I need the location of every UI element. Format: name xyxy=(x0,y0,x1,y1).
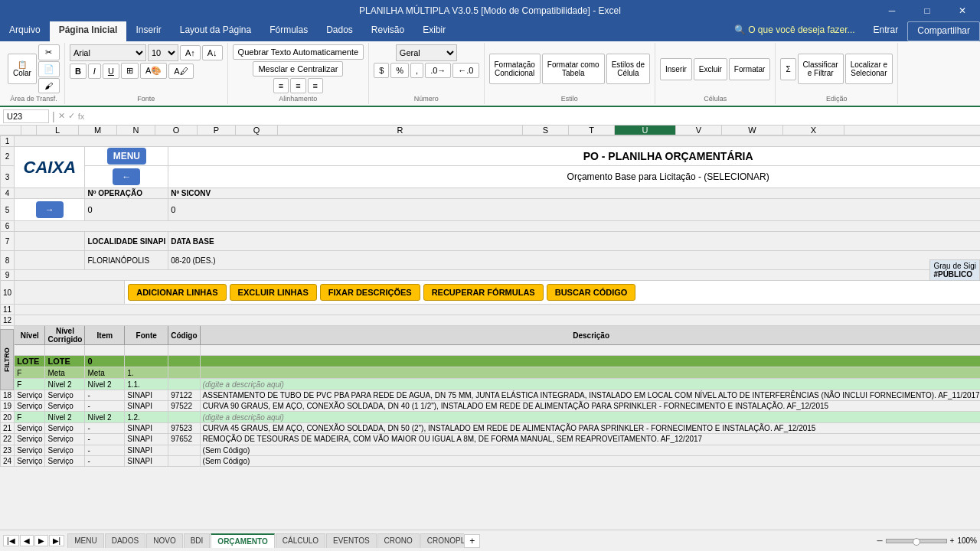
decimal-add-button[interactable]: .0→ xyxy=(425,63,451,78)
sum-button[interactable]: Σ xyxy=(780,58,795,80)
cell[interactable] xyxy=(15,270,980,281)
cell[interactable] xyxy=(15,136,980,147)
desc-cell[interactable]: (digite a descrição aqui) xyxy=(200,379,980,390)
sheet-tab-crono[interactable]: CRONO xyxy=(377,533,420,548)
close-button[interactable]: ✕ xyxy=(945,0,980,21)
menu-dados[interactable]: Dados xyxy=(317,21,362,41)
copy-button[interactable]: 📄 xyxy=(38,61,60,77)
nivel-cell[interactable]: F xyxy=(15,367,45,379)
delete-cells-button[interactable]: Excluir xyxy=(694,58,727,80)
maximize-button[interactable]: □ xyxy=(910,0,945,21)
item-cell[interactable]: - xyxy=(85,455,125,466)
codigo-cell[interactable] xyxy=(168,412,200,423)
codigo-cell[interactable] xyxy=(168,445,200,455)
codigo-cell[interactable]: 97523 xyxy=(168,423,200,434)
fonte-cell[interactable]: SINAPI xyxy=(125,423,168,434)
align-right-button[interactable]: ≡ xyxy=(308,78,323,93)
cut-button[interactable]: ✂ xyxy=(38,44,60,60)
desc-cell[interactable]: CURVA 45 GRAUS, EM AÇO, CONEXÃO SOLDADA,… xyxy=(200,423,980,434)
item-cell[interactable]: - xyxy=(85,445,125,455)
sheet-tab-novo[interactable]: NOVO xyxy=(146,533,182,548)
nr-op-value[interactable]: 0 xyxy=(85,199,168,221)
menu-revisao[interactable]: Revisão xyxy=(362,21,413,41)
find-select-button[interactable]: Localizar eSelecionar xyxy=(845,54,893,84)
desc-cell[interactable] xyxy=(200,356,980,367)
minimize-button[interactable]: ─ xyxy=(874,0,910,21)
nivel-corr-cell[interactable]: Meta xyxy=(45,367,85,379)
formula-input[interactable] xyxy=(87,112,977,121)
format-cells-button[interactable]: Formatar xyxy=(729,58,771,80)
nivel-corr-cell[interactable]: Nível 2 xyxy=(45,412,85,423)
underline-button[interactable]: U xyxy=(103,64,119,79)
cancel-formula-icon[interactable]: ✕ xyxy=(58,111,65,121)
nivel-cell[interactable]: LOTE xyxy=(15,356,45,367)
fonte-cell[interactable]: SINAPI xyxy=(125,455,168,466)
zoom-handle[interactable] xyxy=(913,538,920,546)
nivel-cell[interactable]: Serviço xyxy=(15,445,45,455)
prev-button[interactable]: ← xyxy=(113,168,140,185)
codigo-cell[interactable] xyxy=(168,455,200,466)
item-cell[interactable]: 0 xyxy=(85,356,125,367)
database-value[interactable]: 08-20 (DES.) xyxy=(168,251,980,270)
codigo-cell[interactable] xyxy=(168,356,200,367)
nivel-corr-cell[interactable]: LOTE xyxy=(45,356,85,367)
fonte-cell[interactable]: SINAPI xyxy=(125,434,168,445)
filtro-button[interactable]: FILTRO xyxy=(0,329,14,390)
menu-button[interactable]: MENU xyxy=(107,148,146,165)
desc-cell[interactable]: ASSENTAMENTO DE TUBO DE PVC PBA PARA RED… xyxy=(200,390,980,401)
desc-cell[interactable]: (Sem Código) xyxy=(200,445,980,455)
desc-cell[interactable]: CURVA 90 GRAUS, EM AÇO, CONEXÃO SOLDADA,… xyxy=(200,401,980,412)
menu-arquivo[interactable]: Arquivo xyxy=(0,21,50,41)
nivel-corr-cell[interactable]: Nível 2 xyxy=(45,379,85,390)
fonte-cell[interactable]: 1.1. xyxy=(125,379,168,390)
nivel-corr-cell[interactable]: Serviço xyxy=(45,390,85,401)
merge-button[interactable]: Mesclar e Centralizar xyxy=(253,61,343,77)
item-cell[interactable]: Meta xyxy=(85,367,125,379)
tab-first-button[interactable]: |◀ xyxy=(3,535,19,546)
item-cell[interactable]: - xyxy=(85,434,125,445)
nivel-cell[interactable]: Serviço xyxy=(15,390,45,401)
nivel-corr-cell[interactable]: Serviço xyxy=(45,401,85,412)
search-code-button[interactable]: BUSCAR CÓDIGO xyxy=(547,284,636,301)
sheet-tab-menu[interactable]: MENU xyxy=(67,533,103,548)
insert-function-icon[interactable]: fx xyxy=(78,112,85,121)
menu-search[interactable]: 🔍 O que você deseja fazer... xyxy=(725,21,864,41)
desc-cell[interactable] xyxy=(200,367,980,379)
fill-color-button[interactable]: A🎨 xyxy=(140,63,167,79)
border-button[interactable]: ⊞ xyxy=(121,63,139,79)
font-increase-button[interactable]: A↑ xyxy=(180,45,201,60)
delete-lines-button[interactable]: EXCLUIR LINHAS xyxy=(230,284,317,301)
italic-button[interactable]: I xyxy=(88,64,101,79)
tab-prev-button[interactable]: ◀ xyxy=(20,535,34,546)
zoom-in-icon[interactable]: + xyxy=(950,536,955,545)
item-cell[interactable]: Nível 2 xyxy=(85,412,125,423)
currency-button[interactable]: $ xyxy=(374,63,389,78)
nivel-cell[interactable]: F xyxy=(15,412,45,423)
nivel-cell[interactable]: Serviço xyxy=(15,401,45,412)
sheet-tab-cronople[interactable]: CRONOPLE xyxy=(420,533,465,548)
wrap-text-button[interactable]: Quebrar Texto Automaticamente xyxy=(233,44,364,60)
zoom-out-icon[interactable]: ─ xyxy=(877,536,882,545)
scroll-area[interactable]: Grau de Sigi #PÚBLICO xyxy=(0,135,980,530)
sheet-tab-orçamento[interactable]: ORÇAMENTO xyxy=(211,533,274,548)
sheet-tab-dados[interactable]: DADOS xyxy=(105,533,146,548)
menu-formulas[interactable]: Fórmulas xyxy=(260,21,317,41)
compartilhar-button[interactable]: Compartilhar xyxy=(907,21,980,41)
codigo-cell[interactable]: 97522 xyxy=(168,401,200,412)
desc-cell[interactable]: (digite a descrição aqui) xyxy=(200,412,980,423)
font-select[interactable]: Arial xyxy=(70,44,146,61)
nivel-cell[interactable]: F xyxy=(15,379,45,390)
nivel-corr-cell[interactable]: Serviço xyxy=(45,434,85,445)
desc-cell[interactable]: (Sem Código) xyxy=(200,455,980,466)
fix-desc-button[interactable]: FIXAR DESCRIÇÕES xyxy=(320,284,420,301)
nivel-corr-cell[interactable]: Serviço xyxy=(45,423,85,434)
insert-cells-button[interactable]: Inserir xyxy=(660,58,692,80)
sheet-tab-eventos[interactable]: EVENTOS xyxy=(326,533,377,548)
next-button[interactable]: → xyxy=(36,201,64,218)
align-left-button[interactable]: ≡ xyxy=(273,78,289,93)
fonte-cell[interactable]: SINAPI xyxy=(125,390,168,401)
entrar-button[interactable]: Entrar xyxy=(864,21,908,41)
menu-exibir[interactable]: Exibir xyxy=(413,21,455,41)
fonte-cell[interactable]: 1.2. xyxy=(125,412,168,423)
bold-button[interactable]: B xyxy=(70,64,87,79)
